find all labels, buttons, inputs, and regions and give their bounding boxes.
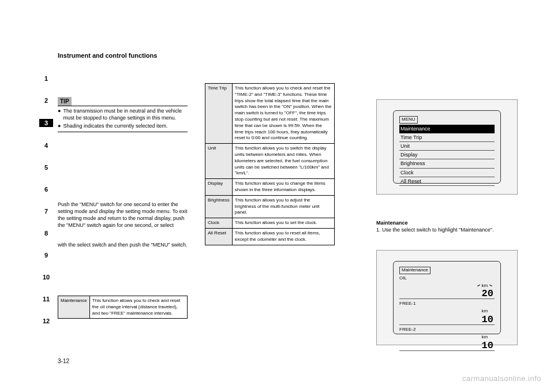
settings-table: Maintenance This function allows you to … [58,296,188,319]
lcd-menu-item-maintenance: Maintenance [399,125,495,133]
row-timetrip-label: Time Trip [205,84,233,144]
left-black-tab [0,0,13,392]
settings-table-col2: Time Trip This function allows you to ch… [205,83,335,245]
row-brightness-label: Brightness [205,195,233,218]
chapter-index-12: 12 [39,318,53,324]
tip-line-1: The transmission must be in neutral and … [63,108,188,121]
tip-line-2: Shading indicates the currently selected… [63,123,167,130]
bullet-icon: ● [58,108,61,121]
row-maintenance-label: Maintenance [58,296,90,319]
lcd-menu-title: MENU [399,116,418,124]
row-maintenance-desc: This function allows you to check and re… [89,296,187,319]
maint-row-free1-unit: km [482,308,488,313]
maint-row-oil-label: OIL [399,275,495,282]
maint-row-free1-label: FREE-1 [399,301,495,307]
lcd-menu-item-timetrip: Time Trip [399,133,495,142]
row-allreset-desc: This function allows you to reset all it… [232,228,334,245]
lcd-menu-item-clock: Clock [399,169,495,177]
row-clock-label: Clock [205,218,233,229]
lcd-maintenance-title: Maintenance [399,267,431,274]
maintenance-heading: Maintenance [376,219,518,226]
maint-row-free2: FREE-2 km 10 [399,327,495,351]
lcd-menu-item-unit: Unit [399,142,495,151]
chapter-index-11: 11 [39,296,53,303]
setting-mode-desc-2: with the select switch and then push the… [58,241,188,248]
maint-row-free1-value: 10 [482,314,493,325]
row-allreset-label: All Reset [205,228,233,245]
tip-label: TIP [58,97,72,106]
chapter-index-sidebar: 1 2 3 4 5 6 7 8 9 10 11 12 [39,75,53,339]
lcd-menu-item-allreset: All Reset [399,177,495,186]
setting-mode-desc-1: Push the "MENU" switch for one second to… [58,201,188,229]
maint-row-oil-value: 20 [482,288,493,299]
row-timetrip-desc: This function allows you to check and re… [232,84,334,144]
lcd-maintenance-screenshot: Maintenance OIL km 20 FREE-1 km [376,250,518,345]
tip-box: TIP ●The transmission must be in neutral… [58,97,188,132]
chapter-index-3: 3 [39,119,53,127]
maint-row-free2-unit: km [482,334,488,339]
row-unit-label: Unit [205,144,233,179]
row-clock-desc: This function allows you to set the cloc… [232,218,334,229]
chapter-index-8: 8 [39,230,53,237]
row-display-desc: This function allows you to change the i… [232,179,334,196]
lcd-maintenance-inner: Maintenance OIL km 20 FREE-1 km [393,261,501,334]
maint-row-oil-unit: km [482,283,488,288]
maint-row-free2-value: 10 [482,340,493,351]
chapter-index-7: 7 [39,208,53,215]
lcd-menu-screenshot: MENU Maintenance Time Trip Unit Display … [376,99,518,195]
lcd-menu-inner: MENU Maintenance Time Trip Unit Display … [393,110,501,184]
chapter-index-6: 6 [39,186,53,193]
lcd-menu-item-brightness: Brightness [399,159,495,168]
chapter-index-9: 9 [39,252,53,259]
row-display-label: Display [205,179,233,196]
tip-rule-bottom [58,132,188,132]
chapter-index-5: 5 [39,164,53,171]
maint-row-oil: OIL km 20 [399,275,495,300]
page-number: 3-12 [58,358,69,364]
maintenance-section: Maintenance 1. Use the select switch to … [376,219,518,233]
row-unit-desc: This function allows you to switch the d… [232,144,334,179]
page-root: Instrument and control functions 1 2 3 4… [0,0,554,392]
maint-row-free1: FREE-1 km 10 [399,301,495,325]
chapter-index-1: 1 [39,75,53,82]
section-header: Instrument and control functions [58,52,519,59]
source-watermark: carmanualsonline.info [462,374,541,383]
bullet-icon: ● [58,123,61,130]
chapter-index-2: 2 [39,97,53,104]
maint-row-free2-label: FREE-2 [399,327,495,333]
chapter-index-4: 4 [39,142,53,149]
maintenance-step-1: 1. Use the select switch to highlight "M… [376,226,518,233]
row-brightness-desc: This function allows you to adjust the b… [232,195,334,218]
chapter-index-10: 10 [39,274,53,281]
lcd-menu-item-display: Display [399,151,495,159]
